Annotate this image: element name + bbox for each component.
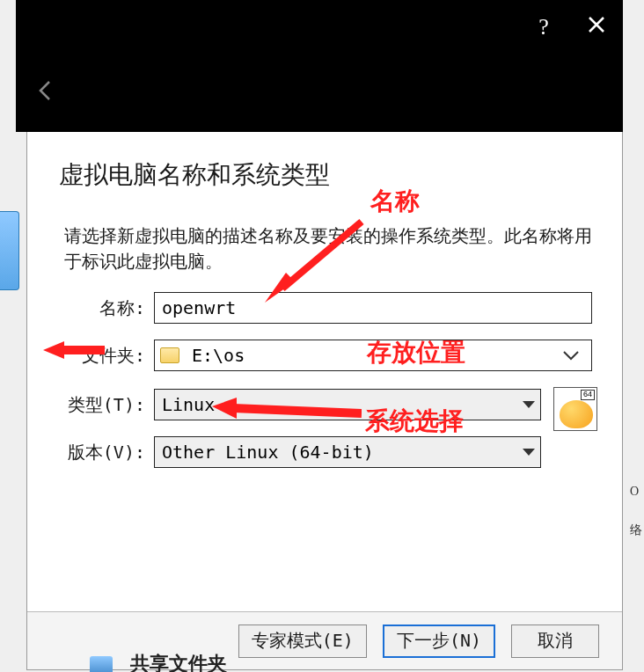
question-icon: ? [538,14,549,40]
row-version: 版本(V): Other Linux (64-bit) [55,436,541,468]
folder-path-text: E:\os [192,345,245,366]
expert-mode-button[interactable]: 专家模式(E) [238,625,367,658]
name-input[interactable] [154,292,592,324]
type-combo[interactable]: Linux [154,389,541,420]
linux-icon [560,400,593,428]
type-value: Linux [162,394,215,415]
version-value: Other Linux (64-bit) [162,442,374,463]
background-text-right: 络 [630,522,644,549]
row-folder: 文件夹: E:\os [55,340,592,371]
label-folder: 文件夹: [55,344,145,368]
button-bar: 专家模式(E) 下一步(N) 取消 [27,611,622,669]
shared-folder-icon [90,656,113,672]
shared-folder-label: 共享文件夹 [130,651,227,672]
annotation-name: 名称 [370,185,420,218]
os-icon-preview: 64 [553,387,597,431]
row-name: 名称: [89,292,592,324]
background-text-right: O [630,485,644,511]
label-type: 类型(T): [55,393,145,417]
chevron-down-icon [561,345,581,366]
wizard-dialog: 虚拟电脑名称和系统类型 请选择新虚拟电脑的描述名称及要安装的操作系统类型。此名称… [26,132,623,670]
arch-badge: 64 [581,390,595,400]
back-arrow-icon[interactable] [33,78,58,109]
background-panel-left [0,211,19,290]
row-type: 类型(T): Linux [55,389,541,420]
dropdown-caret-icon [523,449,535,456]
label-name: 名称: [89,296,145,320]
folder-combo[interactable]: E:\os [154,340,592,371]
dropdown-caret-icon [523,401,535,408]
cancel-button[interactable]: 取消 [511,625,599,658]
close-button[interactable] [570,1,623,54]
wizard-header-bar [16,55,623,132]
help-button[interactable]: ? [517,1,570,54]
title-bar: ? [16,0,623,55]
close-icon [587,14,606,40]
label-version: 版本(V): [55,441,145,464]
dialog-description: 请选择新虚拟电脑的描述名称及要安装的操作系统类型。此名称将用于标识此虚拟电脑。 [64,223,592,274]
next-button[interactable]: 下一步(N) [383,625,495,658]
folder-icon [160,347,179,363]
dialog-title: 虚拟电脑名称和系统类型 [59,158,330,192]
version-combo[interactable]: Other Linux (64-bit) [154,436,541,468]
